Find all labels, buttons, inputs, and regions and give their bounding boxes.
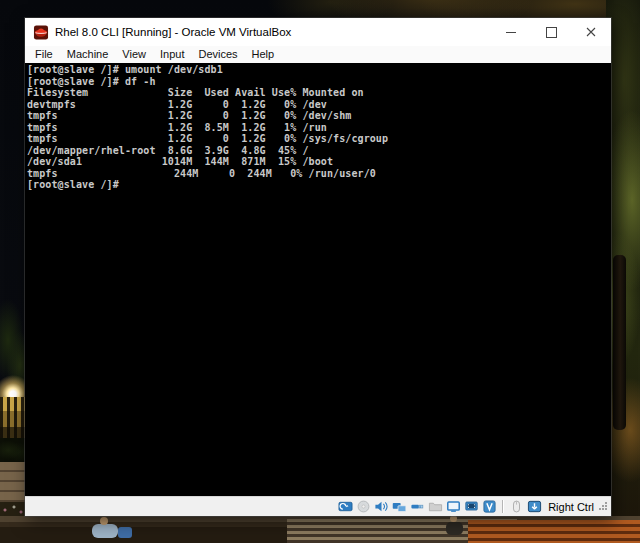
- terminal-line: Filesystem Size Used Avail Use% Mounted …: [27, 87, 611, 99]
- menu-devices[interactable]: Devices: [191, 46, 244, 63]
- optical-drives-icon[interactable]: [356, 499, 371, 514]
- background-person-sitting: [92, 524, 118, 538]
- menu-bar: File Machine View Input Devices Help: [25, 46, 611, 63]
- terminal-line: tmpfs 1.2G 0 1.2G 0% /dev/shm: [27, 110, 611, 122]
- terminal-line: tmpfs 1.2G 8.5M 1.2G 1% /run: [27, 122, 611, 134]
- menu-help[interactable]: Help: [245, 46, 282, 63]
- menu-view[interactable]: View: [115, 46, 153, 63]
- terminal-line: /dev/mapper/rhel-root 8.6G 3.9G 4.8G 45%…: [27, 145, 611, 157]
- virtualbox-vm-window: Rhel 8.0 CLI [Running] - Oracle VM Virtu…: [25, 18, 611, 516]
- shared-folders-icon[interactable]: [428, 499, 443, 514]
- background-tree-trunk: [613, 255, 626, 430]
- background-bushes: [0, 438, 26, 464]
- terminal-line: /dev/sda1 1014M 144M 871M 15% /boot: [27, 156, 611, 168]
- terminal-line: [root@slave /]# umount /dev/sdb1: [27, 64, 611, 76]
- terminal-line: devtmpfs 1.2G 0 1.2G 0% /dev: [27, 99, 611, 111]
- terminal-line: tmpfs 244M 0 244M 0% /run/user/0: [27, 168, 611, 180]
- background-bench-right: [468, 520, 640, 543]
- features-icon[interactable]: [482, 499, 497, 514]
- resize-grip[interactable]: [599, 502, 608, 511]
- maximize-button[interactable]: [531, 18, 571, 46]
- background-person-head: [450, 515, 457, 522]
- terminal-line: [root@slave /]#: [27, 179, 611, 191]
- background-person-sitting: [446, 522, 463, 535]
- vm-display[interactable]: [root@slave /]# umount /dev/sdb1 [root@s…: [25, 63, 611, 496]
- mouse-integration-icon[interactable]: [509, 499, 524, 514]
- background-person-head: [100, 517, 108, 525]
- audio-icon[interactable]: [374, 499, 389, 514]
- desktop: { "window": { "title": "Rhel 8.0 CLI [Ru…: [0, 0, 640, 543]
- recording-icon[interactable]: [464, 499, 479, 514]
- status-bar: Right Ctrl: [25, 496, 611, 516]
- terminal-line: [root@slave /]# df -h: [27, 76, 611, 88]
- background-person-bag: [118, 527, 132, 538]
- background-flowers: [0, 502, 26, 517]
- menu-machine[interactable]: Machine: [60, 46, 116, 63]
- minimize-icon: [506, 32, 516, 33]
- maximize-icon: [546, 27, 557, 38]
- host-key-label: Right Ctrl: [548, 501, 594, 513]
- statusbar-separator: [502, 500, 504, 513]
- menu-file[interactable]: File: [28, 46, 60, 63]
- window-title: Rhel 8.0 CLI [Running] - Oracle VM Virtu…: [55, 26, 291, 38]
- menu-input[interactable]: Input: [153, 46, 191, 63]
- display-icon[interactable]: [446, 499, 461, 514]
- close-button[interactable]: [571, 18, 611, 46]
- minimize-button[interactable]: [491, 18, 531, 46]
- background-stone-wall: [0, 462, 26, 504]
- terminal-line: tmpfs 1.2G 0 1.2G 0% /sys/fs/cgroup: [27, 133, 611, 145]
- network-icon[interactable]: [392, 499, 407, 514]
- title-bar: Rhel 8.0 CLI [Running] - Oracle VM Virtu…: [25, 18, 611, 46]
- background-lit-fence: [0, 397, 26, 441]
- hard-disks-icon[interactable]: [338, 499, 353, 514]
- usb-icon[interactable]: [410, 499, 425, 514]
- close-icon: [586, 27, 596, 37]
- redhat-vm-icon[interactable]: [33, 25, 49, 40]
- keyboard-capture-icon[interactable]: [527, 499, 542, 514]
